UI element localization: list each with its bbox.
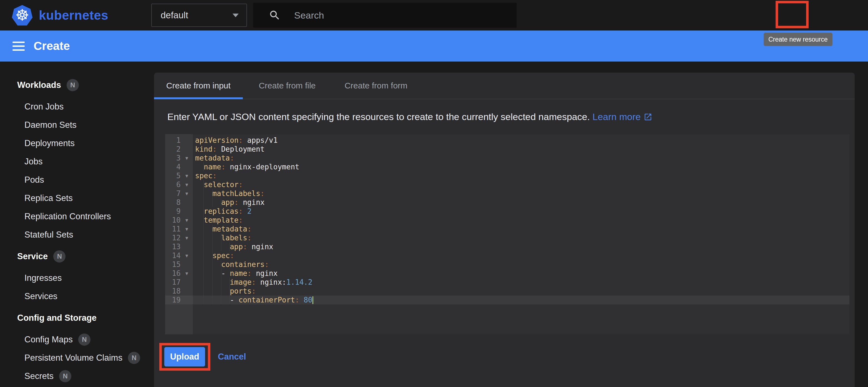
token-val: - [230,296,238,304]
sidebar-group-workloads[interactable]: WorkloadsN [0,76,154,94]
sidebar-label: Jobs [24,156,42,167]
code-text: metadata: [193,224,849,234]
text-cursor [312,296,313,304]
token-punc: : [252,278,256,286]
editor-line-2[interactable]: 2kind: Deployment [165,145,849,153]
sidebar-item-deployments[interactable]: Deployments [0,134,154,152]
sidebar-item-secrets[interactable]: SecretsN [0,367,154,385]
token-val [300,296,304,304]
token-punc: : [213,145,217,153]
code-text: selector: [193,180,849,189]
tab-create-from-input[interactable]: Create from input [154,73,243,99]
indent-guides [195,269,221,278]
editor-line-14[interactable]: 14▾spec: [165,251,849,260]
kubernetes-brand[interactable]: ☸ kubernetes [12,4,108,26]
token-key: apiVersion [195,136,239,144]
sidebar-item-jobs[interactable]: Jobs [0,152,154,171]
fold-spacer [181,242,193,251]
sidebar-item-pods[interactable]: Pods [0,171,154,189]
sidebar-item-daemon-sets[interactable]: Daemon Sets [0,116,154,134]
namespace-selector[interactable]: default [151,4,247,27]
fold-toggle-icon[interactable]: ▾ [181,153,193,163]
editor-line-8[interactable]: 8app: nginx [165,198,849,207]
sidebar-item-ingresses[interactable]: Ingresses [0,269,154,287]
token-punc: : [247,234,252,242]
indent-guides [195,216,204,224]
form-actions: Upload Cancel [164,347,855,366]
line-number: 19 [165,295,181,305]
indent-guides [195,207,204,216]
fold-spacer [181,278,193,287]
sidebar-group-service[interactable]: ServiceN [0,247,154,266]
sidebar-group-config-and-storage[interactable]: Config and Storage [0,309,154,327]
menu-button[interactable] [12,42,25,51]
editor-line-18[interactable]: 18ports: [165,287,849,295]
fold-toggle-icon[interactable]: ▾ [181,216,193,224]
fold-spacer [181,207,193,216]
editor-line-17[interactable]: 17image: nginx:1.14.2 [165,278,849,287]
fold-toggle-icon[interactable]: ▾ [181,234,193,242]
brand-name: kubernetes [39,8,108,23]
fold-spacer [181,145,193,153]
editor-line-1[interactable]: 1apiVersion: apps/v1 [165,136,849,145]
sidebar-item-stateful-sets[interactable]: Stateful Sets [0,226,154,244]
upload-button[interactable]: Upload [164,347,205,366]
indent-guides [195,287,230,295]
sidebar-item-replication-controllers[interactable]: Replication Controllers [0,207,154,226]
code-text: labels: [193,234,849,242]
token-punc: : [239,216,243,224]
namespaced-badge: N [59,370,71,382]
editor-line-11[interactable]: 11▾metadata: [165,224,849,234]
editor-line-16[interactable]: 16▾- name: nginx [165,269,849,278]
sidebar-item-services[interactable]: Services [0,287,154,306]
code-text: image: nginx:1.14.2 [193,278,849,287]
description-text: Enter YAML or JSON content specifying th… [167,111,590,122]
token-key: name [230,269,247,278]
learn-more-link[interactable]: Learn more [592,111,652,122]
line-number: 18 [165,287,181,295]
sidebar-item-persistent-volume-claims[interactable]: Persistent Volume ClaimsN [0,349,154,367]
sidebar-label: Services [24,291,57,301]
indent-guides [195,180,204,189]
search-input[interactable] [294,10,517,21]
sidebar-item-config-maps[interactable]: Config MapsN [0,330,154,349]
editor-line-3[interactable]: 3▾metadata: [165,153,849,163]
fold-toggle-icon[interactable]: ▾ [181,251,193,260]
editor-line-6[interactable]: 6▾selector: [165,180,849,189]
fold-toggle-icon[interactable]: ▾ [181,224,193,234]
line-number: 16 [165,269,181,278]
editor-line-5[interactable]: 5▾spec: [165,171,849,180]
token-punc: : [221,163,226,171]
code-text: replicas: 2 [193,207,849,216]
cancel-button[interactable]: Cancel [218,352,246,362]
editor-line-19[interactable]: 19- containerPort: 80 [165,295,849,305]
fold-toggle-icon[interactable]: ▾ [181,180,193,189]
sidebar-item-cron-jobs[interactable]: Cron Jobs [0,98,154,116]
indent-guides [195,295,230,305]
token-punc: : [234,198,239,207]
fold-toggle-icon[interactable]: ▾ [181,171,193,180]
yaml-editor[interactable]: 1apiVersion: apps/v12kind: Deployment3▾m… [165,134,849,334]
fold-toggle-icon[interactable]: ▾ [181,269,193,278]
editor-line-12[interactable]: 12▾labels: [165,234,849,242]
indent-guides [195,260,221,269]
line-number: 4 [165,163,181,171]
editor-line-13[interactable]: 13app: nginx [165,242,849,251]
editor-line-9[interactable]: 9replicas: 2 [165,207,849,216]
tab-create-from-file[interactable]: Create from file [243,73,332,99]
namespace-value: default [161,10,232,21]
sidebar-label: Ingresses [24,273,62,283]
code-text: name: nginx-deployment [193,163,849,171]
indent-guides [195,242,230,251]
editor-line-7[interactable]: 7▾matchLabels: [165,189,849,198]
code-text: matchLabels: [193,189,849,198]
editor-line-4[interactable]: 4name: nginx-deployment [165,163,849,171]
editor-line-10[interactable]: 10▾template: [165,216,849,224]
line-number: 8 [165,198,181,207]
fold-toggle-icon[interactable]: ▾ [181,189,193,198]
sidebar-item-replica-sets[interactable]: Replica Sets [0,189,154,207]
create-description: Enter YAML or JSON content specifying th… [167,111,841,124]
token-key: kind [195,145,213,153]
tab-create-from-form[interactable]: Create from form [332,73,421,99]
editor-line-15[interactable]: 15containers: [165,260,849,269]
